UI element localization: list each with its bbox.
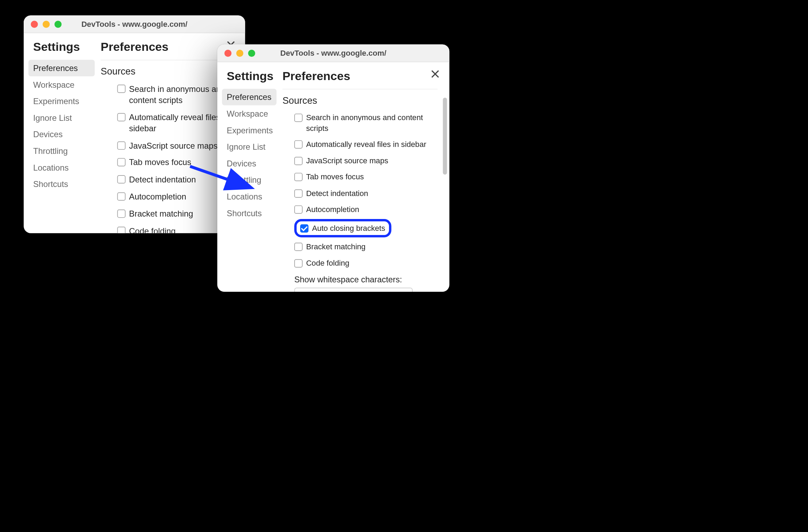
option-label: Auto closing brackets — [312, 223, 385, 234]
sidebar-item-workspace[interactable]: Workspace — [29, 76, 95, 93]
option-label: Autocompletion — [129, 191, 186, 202]
option-label: Detect indentation — [129, 174, 196, 185]
checkbox[interactable] — [294, 189, 303, 198]
option-label: Search in anonymous and content scripts — [306, 112, 437, 133]
checkbox[interactable] — [117, 141, 126, 150]
settings-sidebar: Settings PreferencesWorkspaceExperiments… — [24, 33, 95, 233]
checkbox[interactable] — [294, 259, 303, 267]
option-label: Automatically reveal files in sidebar — [306, 139, 426, 150]
option-label: Autocompletion — [306, 204, 359, 215]
settings-sidebar: Settings PreferencesWorkspaceExperiments… — [217, 62, 277, 292]
option-label: Detect indentation — [306, 188, 368, 198]
option-label: Tab moves focus — [306, 172, 364, 182]
checkbox[interactable] — [294, 140, 303, 149]
checkbox[interactable] — [117, 175, 126, 184]
traffic-lights — [24, 21, 62, 28]
highlighted-option: Auto closing brackets — [294, 219, 391, 238]
devtools-window-before: DevTools - www.google.com/ Settings Pref… — [24, 15, 245, 233]
checkbox[interactable] — [294, 173, 303, 181]
minimize-window-button[interactable] — [236, 49, 243, 56]
checkbox[interactable] — [117, 158, 126, 167]
sidebar-item-ignore-list[interactable]: Ignore List — [29, 110, 95, 126]
checkbox[interactable] — [294, 157, 303, 165]
sidebar-item-experiments[interactable]: Experiments — [29, 93, 95, 110]
sidebar-item-workspace[interactable]: Workspace — [222, 105, 277, 122]
option-label: JavaScript source maps — [306, 155, 388, 166]
sidebar-item-locations[interactable]: Locations — [222, 188, 277, 205]
sidebar-item-experiments[interactable]: Experiments — [222, 122, 277, 139]
sources-section-title: Sources — [282, 89, 437, 110]
sidebar-item-throttling[interactable]: Throttling — [29, 143, 95, 159]
zoom-window-button[interactable] — [248, 49, 255, 56]
sidebar-item-throttling[interactable]: Throttling — [222, 172, 277, 188]
preferences-title: Preferences — [282, 67, 437, 89]
checkbox[interactable] — [117, 193, 126, 201]
whitespace-field-label: Show whitespace characters: — [282, 275, 437, 284]
checkbox[interactable] — [294, 243, 303, 251]
option-label: Code folding — [306, 258, 349, 268]
option-label: JavaScript source maps — [129, 140, 218, 151]
sidebar-item-preferences[interactable]: Preferences — [222, 89, 277, 105]
scrollbar[interactable] — [443, 86, 447, 286]
minimize-window-button[interactable] — [42, 21, 49, 28]
sidebar-item-locations[interactable]: Locations — [29, 159, 95, 176]
checkbox[interactable] — [117, 85, 126, 93]
settings-preferences-panel: Preferences Sources Search in anonymous … — [277, 62, 449, 292]
sidebar-item-devices[interactable]: Devices — [29, 126, 95, 143]
devtools-window-after: DevTools - www.google.com/ Settings Pref… — [217, 45, 449, 292]
whitespace-select[interactable]: None — [294, 288, 413, 292]
zoom-window-button[interactable] — [54, 21, 61, 28]
option-label: Tab moves focus — [129, 157, 192, 168]
checkbox[interactable] — [294, 205, 303, 214]
sidebar-title: Settings — [222, 67, 277, 89]
close-window-button[interactable] — [31, 21, 38, 28]
sidebar-item-ignore-list[interactable]: Ignore List — [222, 139, 277, 155]
sidebar-item-shortcuts[interactable]: Shortcuts — [222, 205, 277, 221]
sources-section-title: Sources — [101, 60, 233, 80]
titlebar[interactable]: DevTools - www.google.com/ — [217, 45, 449, 62]
scrollbar-thumb[interactable] — [443, 98, 447, 175]
checkbox[interactable] — [117, 210, 126, 218]
sidebar-item-devices[interactable]: Devices — [222, 155, 277, 172]
traffic-lights — [217, 49, 255, 56]
sidebar-item-preferences[interactable]: Preferences — [29, 60, 95, 77]
option-label: Bracket matching — [129, 209, 193, 220]
sidebar-title: Settings — [29, 38, 95, 60]
checkbox[interactable] — [117, 113, 126, 121]
checkbox[interactable] — [294, 114, 303, 122]
sidebar-item-shortcuts[interactable]: Shortcuts — [29, 176, 95, 193]
checkbox[interactable] — [300, 224, 309, 233]
option-label: Bracket matching — [306, 242, 366, 252]
preferences-title: Preferences — [101, 38, 233, 61]
checkbox[interactable] — [117, 227, 126, 233]
option-label: Code folding — [129, 226, 176, 233]
close-window-button[interactable] — [224, 49, 231, 56]
titlebar[interactable]: DevTools - www.google.com/ — [24, 15, 245, 33]
